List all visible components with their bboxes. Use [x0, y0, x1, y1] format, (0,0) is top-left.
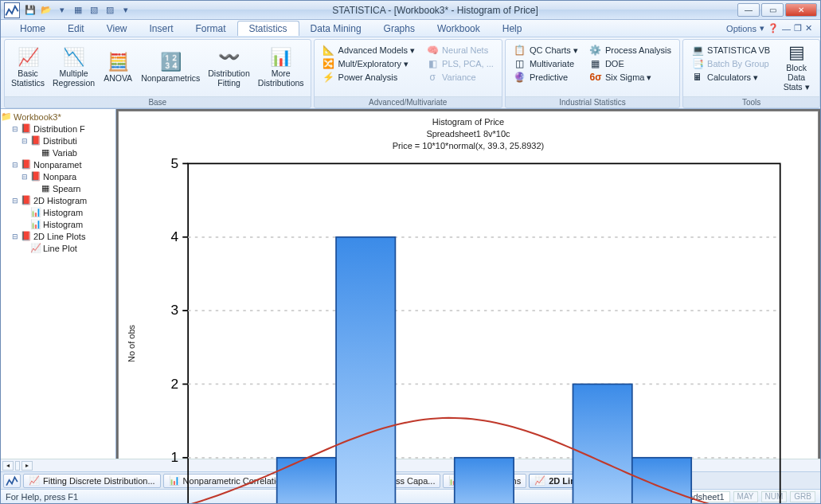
help-icon[interactable]: ❓ [768, 23, 779, 33]
scroll-right-icon[interactable]: ▸ [22, 461, 33, 471]
scroll-left-icon[interactable]: ◂ [2, 461, 14, 471]
menu-data-mining[interactable]: Data Mining [299, 21, 373, 36]
qat-dropdown-icon[interactable]: ▾ [55, 3, 69, 18]
btn-statistica-vb[interactable]: 💻STATISTICA VB [689, 44, 772, 57]
svg-text:2: 2 [170, 375, 178, 391]
menu-options-dropdown-icon[interactable]: ▾ [760, 23, 764, 33]
tree-node[interactable]: ⊟📕2D Histogram [1, 194, 115, 206]
tree-leaf[interactable]: ▦Spearn [1, 182, 115, 194]
svg-rect-0 [188, 163, 780, 504]
minimize-button[interactable]: — [737, 3, 760, 17]
tree-leaf[interactable]: 📊Histogram [1, 206, 115, 218]
anova-icon: 🧮 [108, 51, 129, 73]
btn-qc-charts[interactable]: 📋QC Charts ▾ [511, 44, 581, 57]
btn-power-analysis[interactable]: ⚡Power Analysis [320, 71, 418, 84]
tree-node[interactable]: ⊟📕Nonparamet [1, 158, 115, 170]
mdi-task-app[interactable] [3, 474, 21, 488]
btn-multivariate[interactable]: ◫Multivariate [511, 57, 581, 70]
tree-node[interactable]: ⊟📕Distribution F [1, 123, 115, 135]
multiple-regression-icon: 📉 [63, 46, 84, 68]
lbl-basic-statistics: Basic Statistics [11, 68, 45, 88]
tree-leaf[interactable]: 📊Histogram [1, 218, 115, 230]
chart-subtitle: Spreadsheet1 8v*10c [128, 128, 808, 140]
lbl-multivariate: Multivariate [530, 59, 574, 68]
workbook-tree[interactable]: 📁Workbook3* ⊟📕Distribution F ⊟📕Distribut… [1, 109, 116, 459]
tree-root-label: Workbook3* [14, 112, 61, 122]
btn-neural-nets[interactable]: 🧠Neural Nets [424, 44, 496, 57]
collapse-icon[interactable]: ⊟ [20, 173, 29, 181]
collapse-icon[interactable]: ⊟ [10, 125, 19, 133]
tree-node[interactable]: ⊟📕Nonpara [1, 170, 115, 182]
add-word-icon[interactable]: ▨ [103, 3, 117, 18]
btn-block-data-stats[interactable]: ▤Block Data Stats ▾ [776, 42, 816, 92]
btn-multiple-regression[interactable]: 📉Multiple Regression [49, 42, 98, 92]
mdi-minimize-icon[interactable]: — [782, 24, 791, 33]
menu-graphs[interactable]: Graphs [373, 21, 426, 36]
tree-label: Variab [53, 148, 77, 158]
mdi-close-icon[interactable]: ✕ [805, 23, 812, 33]
status-hint: For Help, press F1 [6, 492, 78, 502]
btn-variance[interactable]: σVariance [424, 71, 496, 84]
menu-help[interactable]: Help [491, 21, 534, 36]
mdi-restore-icon[interactable]: ❐ [794, 23, 802, 33]
scroll-thumb[interactable] [15, 461, 20, 471]
tree-leaf[interactable]: ▦Variab [1, 147, 115, 158]
btn-six-sigma[interactable]: 6σSix Sigma ▾ [587, 71, 674, 84]
btn-advanced-models[interactable]: 📐Advanced Models ▾ [320, 44, 418, 57]
chart-icon: 📈 [30, 243, 41, 253]
collapse-icon[interactable]: ⊟ [10, 232, 19, 240]
chart-svg: 0123450102030405060708090 [133, 155, 794, 504]
menu-insert[interactable]: Insert [139, 21, 185, 36]
mult-exploratory-icon: 🔀 [323, 58, 335, 69]
btn-doe[interactable]: ▦DOE [587, 57, 674, 70]
menu-statistics[interactable]: Statistics [237, 21, 299, 36]
btn-distribution-fitting[interactable]: 〰️Distribution Fitting [205, 42, 253, 92]
chart-frame[interactable]: Histogram of Price Spreadsheet1 8v*10c P… [118, 111, 819, 504]
qc-charts-icon: 📋 [514, 45, 526, 56]
chart-title: Histogram of Price [128, 116, 808, 128]
btn-batch-by-group[interactable]: 📑Batch By Group [689, 57, 772, 70]
qat-more-icon[interactable]: ▾ [119, 3, 133, 18]
lbl-pls-pca: PLS, PCA, ... [442, 59, 494, 68]
menu-view[interactable]: View [96, 21, 139, 36]
btn-predictive[interactable]: 🔮Predictive [511, 71, 581, 84]
add-workbook-icon[interactable]: ▦ [71, 3, 85, 18]
folder-red-icon: 📕 [21, 159, 32, 170]
nonparametrics-icon: 🔢 [160, 51, 182, 73]
save-icon[interactable]: 💾 [23, 3, 37, 18]
btn-process-analysis[interactable]: ⚙️Process Analysis [587, 44, 674, 57]
collapse-icon[interactable]: ⊟ [20, 137, 29, 145]
add-report-icon[interactable]: ▧ [87, 3, 101, 18]
statistica-vb-icon: 💻 [691, 45, 704, 56]
lbl-block-data-stats: Block Data Stats ▾ [780, 63, 813, 92]
btn-nonparametrics[interactable]: 🔢Nonparametrics [138, 42, 203, 92]
menu-options[interactable]: Options [726, 24, 756, 33]
lbl-variance: Variance [442, 72, 476, 82]
tree-node[interactable]: ⊟📕Distributi [1, 135, 115, 147]
tree-node[interactable]: ⊟📕2D Line Plots [1, 230, 115, 242]
btn-mult-exploratory[interactable]: 🔀Mult/Exploratory ▾ [320, 57, 418, 70]
sheet-icon: ▦ [40, 183, 51, 193]
close-button[interactable]: ✕ [785, 3, 817, 17]
menu-home[interactable]: Home [9, 21, 57, 36]
tree-leaf[interactable]: 📈Line Plot [1, 242, 115, 254]
btn-more-distributions[interactable]: 📊More Distributions [255, 42, 307, 92]
lbl-neural-nets: Neural Nets [442, 45, 488, 55]
quick-access-toolbar: 💾 📂 ▾ ▦ ▧ ▨ ▾ [23, 3, 133, 18]
btn-calculators[interactable]: 🖩Calculators ▾ [689, 71, 772, 84]
batch-by-group-icon: 📑 [691, 58, 704, 69]
open-icon[interactable]: 📂 [39, 3, 53, 18]
btn-basic-statistics[interactable]: 📈Basic Statistics [8, 42, 48, 92]
lbl-predictive: Predictive [530, 72, 568, 82]
menu-format[interactable]: Format [185, 21, 237, 36]
collapse-icon[interactable]: ⊟ [10, 161, 19, 169]
menu-workbook[interactable]: Workbook [426, 21, 491, 36]
status-grb: GRB [790, 491, 815, 502]
collapse-icon[interactable]: ⊟ [10, 197, 19, 205]
maximize-button[interactable]: ▭ [761, 3, 784, 17]
svg-text:3: 3 [170, 302, 178, 318]
menu-edit[interactable]: Edit [57, 21, 96, 36]
tree-root[interactable]: 📁Workbook3* [1, 111, 115, 123]
btn-pls-pca[interactable]: ◧PLS, PCA, ... [424, 57, 496, 70]
btn-anova[interactable]: 🧮ANOVA [100, 42, 136, 92]
